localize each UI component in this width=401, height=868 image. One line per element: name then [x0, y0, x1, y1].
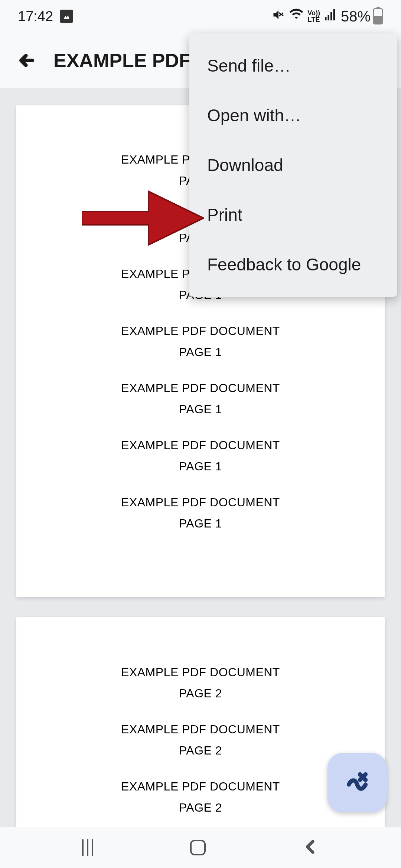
arrow-left-icon: [17, 51, 36, 70]
gallery-icon: [60, 10, 73, 23]
pdf-text: PAGE 1: [39, 345, 362, 359]
pdf-text: PAGE 1: [39, 402, 362, 416]
menu-item-open-with[interactable]: Open with…: [189, 91, 397, 140]
overflow-menu: Send file… Open with… Download Print Fee…: [189, 33, 397, 297]
pdf-text: PAGE 2: [39, 801, 362, 815]
battery-percent: 58%: [341, 8, 371, 25]
system-nav-bar: [0, 827, 401, 868]
nav-home-button[interactable]: [190, 840, 206, 855]
pdf-text: PAGE 1: [39, 460, 362, 473]
volte-indicator: Vo))LTE: [307, 10, 320, 23]
annotate-fab[interactable]: [327, 753, 387, 812]
mute-icon: [272, 8, 285, 24]
pdf-text: EXAMPLE PDF DOCUMENT: [39, 780, 362, 793]
status-bar: 17:42 Vo))LTE 58%: [0, 0, 401, 33]
battery-icon: [373, 8, 383, 24]
menu-item-send-file[interactable]: Send file…: [189, 41, 397, 91]
pdf-text: EXAMPLE PDF DOCUMENT: [39, 665, 362, 679]
nav-recents-button[interactable]: [82, 839, 93, 856]
nav-back-button[interactable]: [303, 839, 319, 857]
menu-item-download[interactable]: Download: [189, 140, 397, 190]
status-time: 17:42: [18, 9, 53, 24]
pdf-text: PAGE 1: [39, 517, 362, 530]
pdf-text: EXAMPLE PDF DOCUMENT: [39, 438, 362, 452]
pdf-text: EXAMPLE PDF DOCUMENT: [39, 723, 362, 736]
scribble-icon: [346, 772, 368, 794]
pdf-text: EXAMPLE PDF DOCUMENT: [39, 381, 362, 395]
pdf-text: EXAMPLE PDF DOCUMENT: [39, 324, 362, 338]
back-button[interactable]: [15, 49, 39, 72]
pdf-text: PAGE 2: [39, 687, 362, 700]
chevron-left-icon: [303, 839, 319, 855]
pdf-text: PAGE 2: [39, 744, 362, 757]
signal-icon: [324, 8, 337, 24]
wifi-icon: [289, 7, 304, 25]
menu-item-feedback[interactable]: Feedback to Google: [189, 240, 397, 289]
menu-item-print[interactable]: Print: [189, 190, 397, 240]
pdf-text: EXAMPLE PDF DOCUMENT: [39, 496, 362, 509]
